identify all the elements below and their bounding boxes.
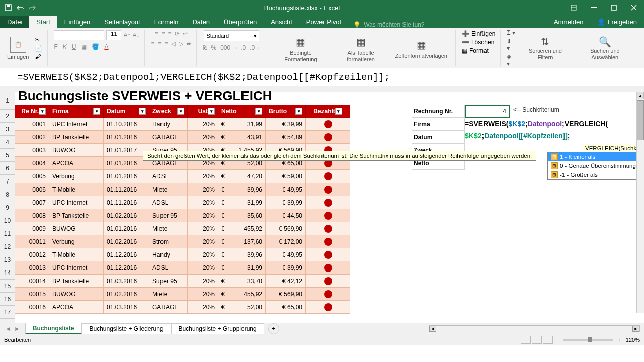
scroll-up-icon[interactable]: ▲ <box>637 92 644 99</box>
table-row[interactable]: 0001UPC Internet01.10.2016Handy20%€31,99… <box>15 118 356 131</box>
cell-netto[interactable]: €33,70 <box>218 275 266 288</box>
delete-cells-button[interactable]: ➖Löschen <box>462 39 494 46</box>
signin-link[interactable]: Anmelden <box>547 18 591 26</box>
redo-icon[interactable] <box>28 4 36 12</box>
table-row[interactable]: 00015BUWOG01.02.2016Miete20%€455,92€ 569… <box>15 288 356 301</box>
cell-datum[interactable]: 01.11.2016 <box>104 196 149 209</box>
cell-brutto[interactable]: € 44,50 <box>266 209 306 222</box>
cell-ust[interactable]: 20% <box>188 235 218 248</box>
table-row[interactable]: 00016APCOA01.03.2016GARAGE20%€52,00€ 65,… <box>15 301 356 314</box>
spreadsheet-grid[interactable]: 1 2 3 4 5 6 7 8 9 10 11 12 13 14 15 16 1… <box>0 86 644 323</box>
cell-bezahlt[interactable] <box>306 170 350 183</box>
sort-filter-button[interactable]: ⇅ Sortieren und Filtern <box>519 31 572 66</box>
cell-datum[interactable]: 01.01.2016 <box>104 131 149 144</box>
save-icon[interactable] <box>4 4 12 12</box>
tab-file[interactable]: Datei <box>0 16 29 28</box>
cell-bezahlt[interactable] <box>306 275 350 288</box>
cell-brutto[interactable]: € 39,99 <box>266 196 306 209</box>
scroll-left-icon[interactable]: ◄ <box>429 326 436 332</box>
cell-bezahlt[interactable] <box>306 261 350 275</box>
column-header[interactable]: Bezahlt▾ <box>306 105 350 118</box>
autosum-icon[interactable]: Σ ▾ <box>507 29 516 36</box>
sheet-tab[interactable]: Buchungsliste + Gliederung <box>82 323 171 334</box>
autocomplete-item[interactable]: ⊞0 - Genaue Übereinstimmung <box>548 161 640 170</box>
tell-me-search[interactable]: 💡 Was möchten Sie tun? <box>348 21 547 28</box>
cell-firma[interactable]: APCOA <box>49 157 104 170</box>
row-header[interactable]: 9 <box>0 201 15 214</box>
cell-datum[interactable]: 01.01.2016 <box>104 222 149 235</box>
zoom-slider[interactable] <box>563 339 613 341</box>
row-header[interactable]: 13 <box>0 253 15 266</box>
cell-brutto[interactable]: € 569,90 <box>266 288 306 301</box>
cell-datum[interactable]: 01.12.2016 <box>104 248 149 261</box>
table-row[interactable]: 0009BUWOG01.01.2016Miete20%€455,92€ 569,… <box>15 222 356 235</box>
cell-netto[interactable]: €137,60 <box>218 235 266 248</box>
tab-powerpivot[interactable]: Power Pivot <box>299 16 348 28</box>
cut-icon[interactable]: ✂ <box>35 36 42 43</box>
cell-firma[interactable]: BP Tankstelle <box>49 209 104 222</box>
cell-brutto[interactable]: € 54,89 <box>266 131 306 144</box>
row-header[interactable]: 7 <box>0 175 15 188</box>
filter-dropdown-icon[interactable]: ▾ <box>93 108 100 115</box>
sheet-next-icon[interactable]: ► <box>14 325 20 332</box>
cell-ust[interactable]: 20% <box>188 301 218 314</box>
cell-bezahlt[interactable] <box>306 222 350 235</box>
cell-datum[interactable]: 01.02.2016 <box>104 288 149 301</box>
cell-ust[interactable]: 20% <box>188 131 218 144</box>
normal-view-icon[interactable] <box>521 336 531 344</box>
tab-review[interactable]: Überprüfen <box>217 16 264 28</box>
cell-renr[interactable]: 0008 <box>15 209 49 222</box>
cell-netto[interactable]: €39,96 <box>218 183 266 196</box>
cell-firma[interactable]: UPC Internet <box>49 261 104 275</box>
align-left-icon[interactable]: ≡ <box>151 40 154 47</box>
copy-icon[interactable]: 📄 <box>35 45 42 52</box>
cell-zweck[interactable]: Miete <box>149 288 188 301</box>
cell-ust[interactable]: 20% <box>188 183 218 196</box>
cell-renr[interactable]: 0003 <box>15 144 49 157</box>
scroll-right-icon[interactable]: ► <box>632 326 639 332</box>
cell-zweck[interactable]: Handy <box>149 248 188 261</box>
cell-firma[interactable]: Verbung <box>49 170 104 183</box>
row-header[interactable]: 4 <box>0 136 15 149</box>
font-color-icon[interactable]: A <box>104 43 108 50</box>
bold-button[interactable]: F <box>54 43 57 50</box>
italic-button[interactable]: K <box>63 43 67 50</box>
paste-button[interactable]: 📋 Einfügen <box>4 31 32 66</box>
cell-firma[interactable]: UPC Internet <box>49 196 104 209</box>
underline-button[interactable]: U <box>72 43 76 50</box>
format-as-table-button[interactable]: ▦ Als Tabelle formatieren <box>333 31 389 66</box>
maximize-icon[interactable] <box>604 0 624 15</box>
cell-netto[interactable]: €47,20 <box>218 170 266 183</box>
cell-netto[interactable]: €52,00 <box>218 301 266 314</box>
cell-datum[interactable]: 01.02.2016 <box>104 235 149 248</box>
cell-firma[interactable]: BP Tankstelle <box>49 131 104 144</box>
cell-renr[interactable]: 0009 <box>15 222 49 235</box>
border-icon[interactable]: ▦ <box>81 43 87 50</box>
cell-firma[interactable]: Verbung <box>49 235 104 248</box>
cell-brutto[interactable]: € 49,95 <box>266 183 306 196</box>
cell-bezahlt[interactable] <box>306 196 350 209</box>
align-top-icon[interactable]: ≡ <box>154 30 158 37</box>
cell-bezahlt[interactable] <box>306 183 350 196</box>
undo-icon[interactable] <box>16 4 24 12</box>
zoom-level[interactable]: 120% <box>626 337 640 343</box>
cell-renr[interactable]: 0007 <box>15 196 49 209</box>
cell-renr[interactable]: 0001 <box>15 118 49 131</box>
page-layout-view-icon[interactable] <box>532 336 542 344</box>
row-header[interactable]: 17 <box>0 306 15 319</box>
cell-brutto[interactable]: € 42,12 <box>266 275 306 288</box>
cell-netto[interactable]: €39,96 <box>218 248 266 261</box>
filter-dropdown-icon[interactable]: ▾ <box>255 108 262 115</box>
zoom-out-icon[interactable]: − <box>556 337 559 343</box>
cell-brutto[interactable]: € 172,00 <box>266 235 306 248</box>
autocomplete-item[interactable]: ⊞-1 - Größer als <box>548 170 640 179</box>
minimize-icon[interactable] <box>584 0 604 15</box>
percent-icon[interactable]: % <box>211 44 217 51</box>
cell-renr[interactable]: 00015 <box>15 288 49 301</box>
cell-firma[interactable]: BUWOG <box>49 288 104 301</box>
table-row[interactable]: 00011Verbung01.02.2016Strom20%€137,60€ 1… <box>15 235 356 248</box>
sheet-tab[interactable]: Buchungsliste <box>25 323 82 334</box>
cell-netto[interactable]: €455,92 <box>218 222 266 235</box>
tab-start[interactable]: Start <box>29 16 57 28</box>
table-row[interactable]: 0007UPC Internet01.11.2016ADSL20%€31,99€… <box>15 196 356 209</box>
